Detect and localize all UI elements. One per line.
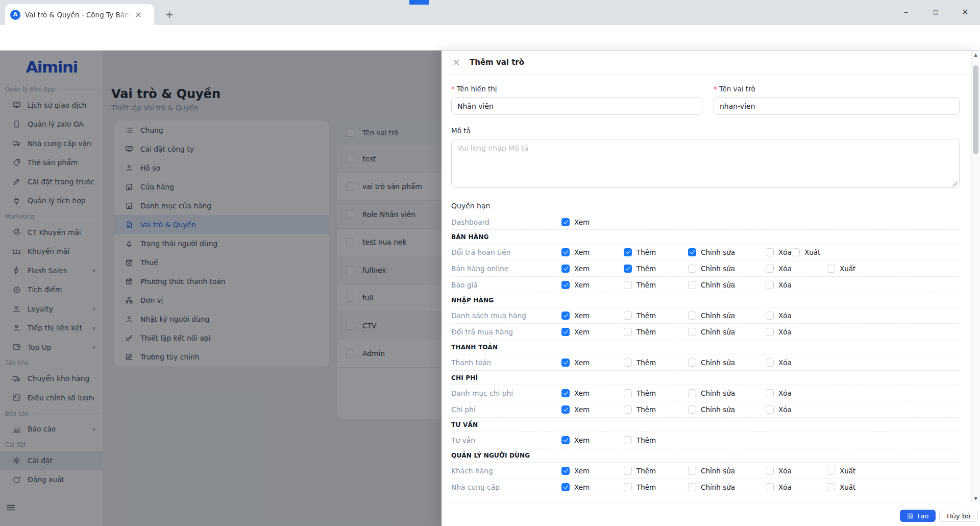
permission-option[interactable]: Chỉnh sửa [688,248,735,256]
permission-option[interactable]: Xem [561,265,590,273]
permission-option[interactable]: Chỉnh sửa [688,467,735,475]
checkbox-delete[interactable] [766,312,774,320]
checkbox-edit[interactable] [688,281,696,289]
checkbox-view[interactable] [561,483,570,491]
permission-option[interactable]: Thêm [624,467,656,475]
checkbox-add[interactable] [624,483,632,491]
permission-option[interactable]: Xuất [827,467,855,475]
permission-option[interactable]: Thêm [624,312,656,320]
checkbox-export[interactable] [827,483,835,491]
checkbox-delete[interactable] [766,389,774,397]
checkbox-edit[interactable] [688,328,696,336]
checkbox-edit[interactable] [688,248,696,256]
checkbox-export[interactable] [792,248,800,256]
checkbox-edit[interactable] [688,483,696,491]
checkbox-edit[interactable] [688,358,696,367]
create-button[interactable]: Tạo [900,510,936,522]
description-textarea[interactable]: Vui lòng nhập Mô tả [451,139,960,188]
permission-option[interactable]: Xem [561,405,590,414]
permission-option[interactable]: Xem [561,312,590,320]
scrollbar-thumb[interactable] [973,65,978,154]
checkbox-add[interactable] [624,328,632,336]
permission-option[interactable]: Thêm [624,358,656,367]
checkbox-delete[interactable] [766,483,774,491]
permission-option[interactable]: Xuất [827,265,855,273]
checkbox-add[interactable] [624,405,632,414]
permission-option[interactable]: Chỉnh sửa [688,265,735,273]
checkbox-edit[interactable] [688,265,696,273]
permission-option[interactable]: Xem [561,436,590,444]
permission-option[interactable]: Xem [561,389,590,397]
checkbox-add[interactable] [624,248,632,256]
permission-option[interactable]: Xóa [766,328,792,336]
browser-tab[interactable]: A Vai trò & Quyền - Công Ty Bán L [5,4,154,25]
window-minimize-button[interactable]: – [898,5,914,18]
checkbox-edit[interactable] [688,405,696,414]
permission-option[interactable]: Xóa [766,248,792,256]
permission-option[interactable]: Thêm [624,436,656,444]
checkbox-delete[interactable] [766,265,774,273]
checkbox-view[interactable] [561,405,570,414]
checkbox-add[interactable] [624,436,632,444]
checkbox-add[interactable] [624,281,632,289]
tab-close-icon[interactable] [134,11,142,19]
permission-option[interactable]: Thêm [624,389,656,397]
checkbox-view[interactable] [561,436,570,444]
permission-option[interactable]: Thêm [624,405,656,414]
permission-option[interactable]: Thêm [624,265,656,273]
checkbox-view[interactable] [561,248,570,256]
checkbox-delete[interactable] [766,328,774,336]
scroll-down-arrow[interactable]: ▼ [971,494,980,503]
checkbox-add[interactable] [624,467,632,475]
permission-option[interactable]: Thêm [624,248,656,256]
permission-option[interactable]: Xóa [766,467,792,475]
permission-option[interactable]: Chỉnh sửa [688,483,735,491]
checkbox-export[interactable] [827,467,835,475]
checkbox-delete[interactable] [766,467,774,475]
permission-option[interactable]: Xóa [766,312,792,320]
permission-option[interactable]: Xem [561,328,590,336]
permission-option[interactable]: Xem [561,467,590,475]
permission-option[interactable]: Chỉnh sửa [688,281,735,289]
close-icon[interactable] [452,58,461,67]
permission-option[interactable]: Xóa [766,389,792,397]
permission-option[interactable]: Xóa [766,405,792,414]
checkbox-export[interactable] [827,265,835,273]
permission-option[interactable]: Xem [561,358,590,367]
permission-option[interactable]: Xóa [766,265,792,273]
scroll-up-arrow[interactable]: ▲ [971,51,980,59]
checkbox-add[interactable] [624,312,632,320]
checkbox-view[interactable] [561,281,570,289]
checkbox-view[interactable] [561,467,570,475]
checkbox-delete[interactable] [766,281,774,289]
window-close-button[interactable]: ✕ [958,5,973,18]
permission-option[interactable]: Thêm [624,483,656,491]
permission-option[interactable]: Xuất [792,248,820,256]
checkbox-edit[interactable] [688,389,696,397]
checkbox-view[interactable] [561,358,570,367]
permission-option[interactable]: Chỉnh sửa [688,389,735,397]
display-name-input[interactable]: Nhân viên [451,97,702,115]
permission-option[interactable]: Xem [561,218,590,226]
permission-option[interactable]: Chỉnh sửa [688,358,735,367]
checkbox-view[interactable] [561,265,570,273]
checkbox-delete[interactable] [766,248,774,256]
permission-option[interactable]: Xem [561,483,590,491]
checkbox-view[interactable] [561,218,570,226]
checkbox-add[interactable] [624,265,632,273]
checkbox-delete[interactable] [766,405,774,414]
permission-option[interactable]: Xóa [766,358,792,367]
checkbox-view[interactable] [561,312,570,320]
new-tab-button[interactable]: + [162,7,177,21]
checkbox-add[interactable] [624,358,632,367]
checkbox-delete[interactable] [766,358,774,367]
permission-option[interactable]: Thêm [624,328,656,336]
cancel-button[interactable]: Hủy bỏ [939,510,978,522]
checkbox-add[interactable] [624,389,632,397]
permission-option[interactable]: Xuất [827,483,855,491]
permission-option[interactable]: Xóa [766,483,792,491]
permission-option[interactable]: Thêm [624,281,656,289]
resize-handle[interactable] [952,181,958,186]
permission-option[interactable]: Xóa [766,281,792,289]
permission-option[interactable]: Chỉnh sửa [688,405,735,414]
